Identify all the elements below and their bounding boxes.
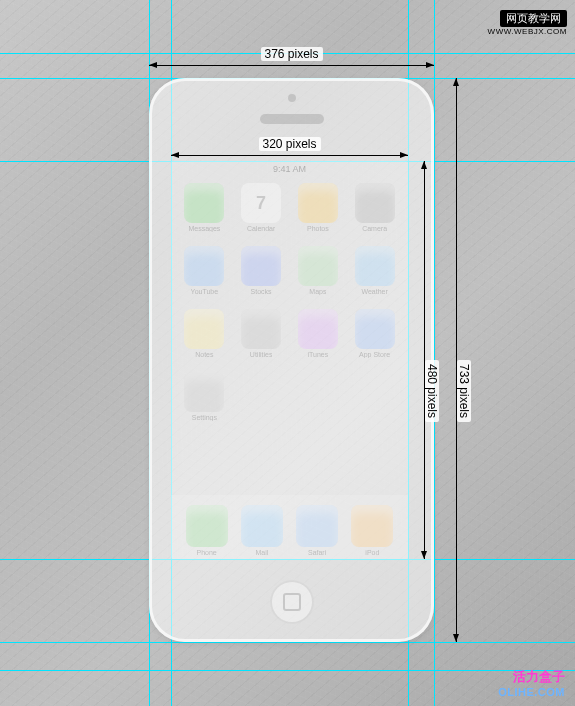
watermark-top: 网页教学网 WWW.WEBJX.COM xyxy=(488,8,567,36)
app-item: Camera xyxy=(349,183,400,232)
app-item: iTunes xyxy=(293,309,344,358)
guide-vertical xyxy=(434,0,435,706)
watermark-bottom-line2: OLIHE.COM xyxy=(498,686,565,698)
app-item: Photos xyxy=(293,183,344,232)
watermark-bottom-line1: 活力盒子 xyxy=(498,668,565,686)
app-icon xyxy=(184,372,224,412)
app-label: Settings xyxy=(192,414,217,421)
app-icon xyxy=(184,309,224,349)
status-bar: 9:41 AM xyxy=(171,161,408,177)
dock-app-icon xyxy=(186,505,228,547)
dock-app-icon xyxy=(351,505,393,547)
app-item: App Store xyxy=(349,309,400,358)
dimension-label: 733 pixels xyxy=(457,360,471,422)
dimension-label: 376 pixels xyxy=(260,47,322,61)
app-icon xyxy=(241,246,281,286)
app-item: YouTube xyxy=(179,246,230,295)
app-icon xyxy=(298,246,338,286)
app-item: 7Calendar xyxy=(236,183,287,232)
dock-item: iPod xyxy=(351,505,393,556)
app-label: Photos xyxy=(307,225,329,232)
speaker-slot-icon xyxy=(260,114,324,124)
app-label: Stocks xyxy=(251,288,272,295)
watermark-top-line2: WWW.WEBJX.COM xyxy=(488,27,567,36)
app-label: Calendar xyxy=(247,225,275,232)
dock-app-label: Mail xyxy=(255,549,268,556)
app-label: Weather xyxy=(361,288,387,295)
app-label: Maps xyxy=(309,288,326,295)
app-icon: 7 xyxy=(241,183,281,223)
dock-app-label: iPod xyxy=(365,549,379,556)
dimension-outer-height: 733 pixels xyxy=(456,78,457,642)
app-item: Messages xyxy=(179,183,230,232)
app-item: Utilities xyxy=(236,309,287,358)
app-label: YouTube xyxy=(191,288,219,295)
app-label: App Store xyxy=(359,351,390,358)
dock: PhoneMailSafariiPod xyxy=(171,495,408,559)
app-item: Maps xyxy=(293,246,344,295)
app-icon-grid: Messages7CalendarPhotosCameraYouTubeStoc… xyxy=(179,183,400,421)
app-icon xyxy=(355,183,395,223)
app-label: Utilities xyxy=(250,351,273,358)
dock-app-icon xyxy=(296,505,338,547)
dimension-screen-height: 480 pixels xyxy=(424,161,425,559)
dock-app-label: Safari xyxy=(308,549,326,556)
app-icon xyxy=(355,246,395,286)
app-icon xyxy=(298,183,338,223)
guide-horizontal xyxy=(0,642,575,643)
home-button-icon xyxy=(270,580,314,624)
app-label: Notes xyxy=(195,351,213,358)
app-icon xyxy=(298,309,338,349)
phone-screen: 9:41 AM Messages7CalendarPhotosCameraYou… xyxy=(171,161,408,559)
dock-item: Mail xyxy=(241,505,283,556)
app-label: Messages xyxy=(188,225,220,232)
app-item: Stocks xyxy=(236,246,287,295)
app-icon xyxy=(355,309,395,349)
camera-dot-icon xyxy=(288,94,296,102)
dock-app-label: Phone xyxy=(197,549,217,556)
dimension-label: 480 pixels xyxy=(425,360,439,422)
guide-horizontal xyxy=(0,670,575,671)
watermark-top-line1: 网页教学网 xyxy=(500,10,567,27)
app-icon xyxy=(241,309,281,349)
app-icon xyxy=(184,246,224,286)
dimension-screen-width: 320 pixels xyxy=(171,155,408,156)
app-item: Weather xyxy=(349,246,400,295)
app-label: iTunes xyxy=(307,351,328,358)
dimension-label: 320 pixels xyxy=(258,137,320,151)
app-item: Notes xyxy=(179,309,230,358)
dimension-outer-width: 376 pixels xyxy=(149,65,434,66)
dock-item: Phone xyxy=(186,505,228,556)
dock-app-icon xyxy=(241,505,283,547)
watermark-bottom: 活力盒子 OLIHE.COM xyxy=(498,668,565,698)
dock-item: Safari xyxy=(296,505,338,556)
app-icon xyxy=(184,183,224,223)
app-item: Settings xyxy=(179,372,230,421)
app-label: Camera xyxy=(362,225,387,232)
